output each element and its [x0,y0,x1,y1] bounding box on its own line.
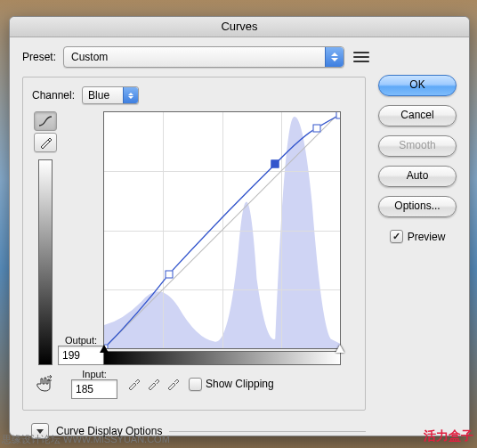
checkbox-icon [390,230,403,243]
smooth-button[interactable]: Smooth [378,135,457,157]
input-gradient [103,351,341,365]
show-clipping-checkbox[interactable]: Show Clipping [189,378,274,391]
svg-line-0 [104,112,340,348]
input-label: Input: [82,369,107,379]
preset-menu-icon[interactable] [352,49,371,65]
hand-icon [35,375,54,393]
channel-value: Blue [88,89,109,102]
curve-icon [38,116,53,126]
output-label: Output: [65,335,97,346]
show-clipping-label: Show Clipping [206,378,274,390]
black-point-slider[interactable] [100,345,109,353]
eyedropper-group [126,377,180,391]
preset-select[interactable]: Custom [63,46,344,68]
auto-button[interactable]: Auto [378,166,457,187]
eyedropper-white-icon[interactable] [166,377,180,391]
pencil-tool[interactable] [34,133,57,152]
preset-value: Custom [71,51,108,63]
curve-line [104,112,340,348]
cancel-button[interactable]: Cancel [378,105,457,126]
window-title: Curves [221,20,257,33]
eyedropper-gray-icon[interactable] [146,377,160,391]
output-gradient [38,159,53,365]
preview-label: Preview [408,231,446,243]
curves-fieldset: Channel: Blue [22,77,366,411]
updown-arrows-icon [325,47,344,67]
divider [169,431,366,432]
watermark-right: 活力盒子 [424,428,473,444]
input-input[interactable] [71,379,117,399]
ok-button[interactable]: OK [378,75,457,96]
channel-select[interactable]: Blue [82,86,139,104]
curve-point-tool[interactable] [34,111,57,131]
curve-graph[interactable] [103,111,341,349]
curve-point[interactable] [336,111,342,119]
white-point-slider[interactable] [336,345,344,353]
updown-arrows-icon [123,87,138,103]
curve-point[interactable] [165,270,173,278]
pencil-icon [39,136,52,149]
options-button[interactable]: Options... [378,196,457,217]
output-input[interactable] [58,346,104,365]
channel-label: Channel: [32,89,75,102]
eyedropper-black-icon[interactable] [126,377,141,391]
titlebar: Curves [10,17,469,37]
curve-point[interactable] [313,124,321,132]
watermark-left: 思缘设计论坛 WWW.MISSYUAN.COM [2,433,170,446]
checkbox-icon [189,378,202,391]
curve-point[interactable] [271,160,279,168]
preset-label: Preset: [22,51,56,63]
preview-checkbox[interactable]: Preview [378,230,457,243]
targeted-adjust-tool[interactable] [32,375,57,393]
curves-dialog: Curves Preset: Custom Channel: Blue [9,16,470,436]
